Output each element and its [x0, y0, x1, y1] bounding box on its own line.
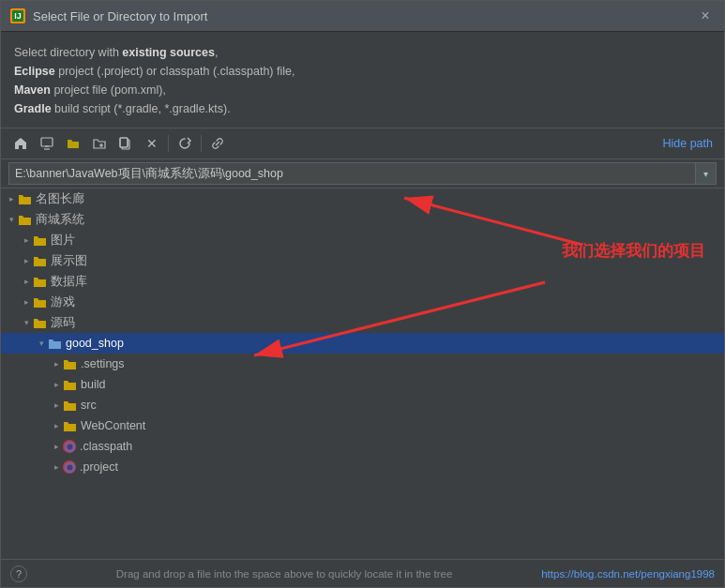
tree-item-project[interactable]: ▸.project [1, 457, 724, 477]
expand-icon-minghua[interactable]: ▸ [5, 194, 18, 204]
description-area: Select directory with existing sources, … [1, 32, 724, 128]
dialog-title: Select File or Directory to Import [33, 9, 207, 23]
tree-label-good_shop: good_shop [66, 337, 124, 350]
special-icon-classpath [63, 440, 76, 453]
expand-icon-tupian[interactable]: ▸ [20, 235, 33, 245]
toolbar: ✕ Hide path [1, 128, 724, 159]
tree-item-src[interactable]: ▸ src [1, 395, 724, 415]
svg-point-11 [67, 444, 72, 449]
expand-icon-yuanma[interactable]: ▾ [20, 318, 33, 327]
folder-icon-settings [63, 356, 77, 371]
folder-icon-build [63, 377, 77, 392]
expand-icon-webcontent[interactable]: ▸ [50, 421, 63, 430]
delete-button[interactable]: ✕ [140, 132, 164, 155]
copy-button[interactable] [113, 132, 138, 155]
tree-label-build: build [81, 378, 105, 391]
svg-point-13 [67, 464, 72, 470]
path-dropdown-button[interactable]: ▾ [696, 162, 717, 185]
tree-item-settings[interactable]: ▸ .settings [1, 354, 724, 374]
tree-label-yuanma: 源码 [51, 315, 75, 331]
tree-label-tupian: 图片 [51, 233, 75, 249]
home-button[interactable] [8, 132, 33, 155]
app-icon: IJ [10, 8, 25, 23]
folder-icon-tupian [33, 233, 47, 248]
desc-line1: Select directory with existing sources, [14, 43, 711, 62]
folder-icon-minghua [18, 191, 32, 206]
folder-icon-youxi [33, 294, 47, 309]
tree-item-yuanma[interactable]: ▾ 源码 [1, 312, 724, 333]
path-input[interactable] [8, 162, 696, 185]
expand-icon-project[interactable]: ▸ [50, 462, 63, 472]
expand-icon-build[interactable]: ▸ [50, 380, 63, 389]
svg-text:IJ: IJ [14, 11, 22, 21]
help-button[interactable]: ? [10, 565, 27, 582]
expand-icon-settings[interactable]: ▸ [50, 359, 63, 369]
toolbar-separator [168, 135, 169, 152]
tree-label-settings: .settings [81, 357, 125, 370]
bottom-link: https://blog.csdn.net/pengxiang1998 [541, 568, 715, 580]
svg-rect-2 [41, 138, 53, 146]
folder-button[interactable] [61, 132, 85, 155]
special-icon-project [63, 460, 76, 474]
title-bar: IJ Select File or Directory to Import × [1, 1, 724, 32]
tree-item-webcontent[interactable]: ▸ WebContent [1, 415, 724, 436]
tree-label-zhanshitu: 展示图 [51, 253, 87, 269]
expand-icon-shangcheng[interactable]: ▾ [5, 215, 18, 224]
folder-icon-zhanshitu [33, 253, 47, 268]
toolbar-separator2 [201, 135, 202, 152]
tree-item-shujuku[interactable]: ▸ 数据库 [1, 271, 724, 292]
tree-item-good_shop[interactable]: ▾ good_shop [1, 333, 724, 354]
tree-label-shujuku: 数据库 [51, 274, 87, 290]
svg-rect-8 [120, 138, 128, 147]
expand-icon-zhanshitu[interactable]: ▸ [20, 256, 33, 265]
path-row: ▾ [1, 159, 724, 188]
refresh-button[interactable] [173, 132, 197, 155]
tree-label-project: .project [80, 460, 118, 474]
folder-icon-src [63, 398, 77, 413]
link-button[interactable] [205, 132, 230, 155]
tree-label-classpath: .classpath [80, 440, 132, 453]
tree-item-build[interactable]: ▸ build [1, 374, 724, 395]
expand-icon-src[interactable]: ▸ [50, 400, 63, 410]
desktop-button[interactable] [35, 132, 59, 155]
tree-label-shangcheng: 商城系统 [36, 212, 84, 228]
desc-line4: Gradle build script (*.gradle, *.gradle.… [14, 99, 711, 118]
desc-line2: Eclipse project (.project) or classpath … [14, 62, 711, 81]
desc-line3: Maven project file (pom.xml), [14, 81, 711, 99]
expand-icon-classpath[interactable]: ▸ [50, 442, 63, 451]
tree-item-tupian[interactable]: ▸ 图片 [1, 230, 724, 250]
tree-item-classpath[interactable]: ▸.classpath [1, 436, 724, 457]
tree-label-minghua: 名图长廊 [36, 191, 84, 207]
expand-icon-youxi[interactable]: ▸ [20, 297, 33, 307]
folder-icon-shujuku [33, 274, 47, 289]
new-folder-button[interactable] [87, 132, 112, 155]
tree-item-minghua[interactable]: ▸ 名图长廊 [1, 188, 724, 209]
tree-label-webcontent: WebContent [81, 419, 145, 432]
hint-text: Drag and drop a file into the space abov… [27, 568, 541, 580]
folder-icon-good_shop [48, 336, 62, 351]
bottom-bar: ? Drag and drop a file into the space ab… [1, 559, 724, 587]
tree-label-src: src [81, 399, 97, 412]
expand-icon-good_shop[interactable]: ▾ [35, 339, 48, 348]
tree-item-zhanshitu[interactable]: ▸ 展示图 [1, 250, 724, 271]
dialog: IJ Select File or Directory to Import × … [0, 0, 725, 588]
file-tree[interactable]: ▸ 名图长廊▾ 商城系统▸ 图片▸ 展示图▸ 数据库▸ 游戏▾ 源码▾ good… [1, 188, 724, 559]
folder-icon-webcontent [63, 418, 77, 433]
close-button[interactable]: × [696, 7, 715, 25]
title-bar-left: IJ Select File or Directory to Import [10, 8, 207, 23]
tree-item-youxi[interactable]: ▸ 游戏 [1, 292, 724, 312]
expand-icon-shujuku[interactable]: ▸ [20, 277, 33, 286]
tree-label-youxi: 游戏 [51, 294, 75, 310]
tree-item-shangcheng[interactable]: ▾ 商城系统 [1, 209, 724, 230]
folder-icon-shangcheng [18, 212, 32, 227]
hide-path-button[interactable]: Hide path [658, 135, 717, 152]
folder-icon-yuanma [33, 315, 47, 330]
